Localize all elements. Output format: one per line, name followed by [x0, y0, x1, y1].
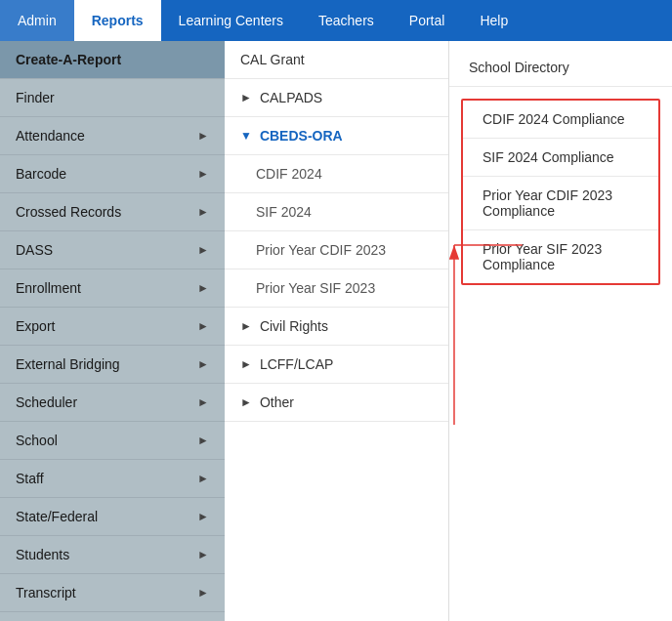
chevron-right-icon: ► [197, 205, 209, 219]
item-label: CDIF 2024 [256, 166, 322, 182]
item-label: Prior Year CDIF 2023 [256, 242, 386, 258]
sidebar-item-external-bridging[interactable]: External Bridging ► [0, 346, 225, 384]
nav-reports[interactable]: Reports [74, 0, 161, 41]
middle-item-prior-year-sif-2023[interactable]: Prior Year SIF 2023 [225, 269, 448, 308]
sidebar-label: Scheduler [16, 394, 77, 410]
nav-admin[interactable]: Admin [0, 0, 74, 41]
sidebar-label: External Bridging [16, 356, 120, 372]
right-column: School Directory CDIF 2024 Compliance SI… [449, 41, 672, 621]
chevron-right-icon: ► [197, 319, 209, 333]
sidebar-label: DASS [16, 242, 53, 258]
item-label: Prior Year SIF 2023 [256, 280, 375, 296]
sidebar-label: State/Federal [16, 509, 98, 524]
nav-learning-centers[interactable]: Learning Centers [161, 0, 301, 41]
sidebar-label: School [16, 433, 58, 448]
chevron-right-icon: ► [197, 357, 209, 371]
sidebar-label: Create-A-Report [16, 52, 121, 67]
expand-icon: ► [240, 395, 252, 409]
chevron-right-icon: ► [197, 129, 209, 143]
chevron-right-icon: ► [197, 510, 209, 523]
item-label: Other [260, 394, 294, 410]
sidebar-label: Finder [16, 90, 55, 105]
sidebar-item-school[interactable]: School ► [0, 422, 225, 460]
sidebar-item-attendance[interactable]: Attendance ► [0, 117, 225, 155]
sidebar-item-enrollment[interactable]: Enrollment ► [0, 269, 225, 308]
sidebar: Create-A-Report Finder Attendance ► Barc… [0, 41, 225, 621]
middle-item-cal-grant[interactable]: CAL Grant [225, 41, 448, 79]
chevron-right-icon: ► [197, 472, 209, 485]
chevron-right-icon: ► [197, 167, 209, 181]
expand-icon: ► [240, 357, 252, 371]
middle-item-other[interactable]: ► Other [225, 384, 448, 422]
nav-teachers[interactable]: Teachers [301, 0, 392, 41]
right-item-cdif-2024-compliance[interactable]: CDIF 2024 Compliance [463, 101, 658, 139]
sidebar-label: Barcode [16, 166, 66, 182]
item-label: Civil Rights [260, 318, 328, 334]
item-label: LCFF/LCAP [260, 356, 333, 372]
expand-icon: ► [240, 319, 252, 333]
middle-item-cbeds-ora[interactable]: ▼ CBEDS-ORA [225, 117, 448, 155]
item-label: SIF 2024 [256, 204, 312, 220]
sidebar-item-scheduler[interactable]: Scheduler ► [0, 384, 225, 422]
right-item-sif-2024-compliance[interactable]: SIF 2024 Compliance [463, 139, 658, 177]
sidebar-item-staff[interactable]: Staff ► [0, 460, 225, 498]
main-content: CAL Grant ► CALPADS ▼ CBEDS-ORA CDIF 202… [225, 41, 672, 621]
expand-icon: ► [240, 91, 252, 104]
sidebar-item-barcode[interactable]: Barcode ► [0, 155, 225, 193]
highlighted-section: CDIF 2024 Compliance SIF 2024 Compliance… [461, 99, 660, 285]
nav-portal[interactable]: Portal [392, 0, 463, 41]
item-label: Prior Year SIF 2023 Compliance [483, 241, 602, 272]
middle-item-civil-rights[interactable]: ► Civil Rights [225, 308, 448, 346]
sidebar-item-crossed-records[interactable]: Crossed Records ► [0, 193, 225, 231]
item-label: CALPADS [260, 90, 322, 105]
item-label: CBEDS-ORA [260, 128, 343, 144]
chevron-right-icon: ► [197, 586, 209, 600]
sidebar-label: Students [16, 547, 69, 562]
collapse-icon: ▼ [240, 129, 252, 143]
chevron-right-icon: ► [197, 548, 209, 561]
sidebar-label: Enrollment [16, 280, 81, 296]
chevron-right-icon: ► [197, 395, 209, 409]
item-label: School Directory [469, 60, 569, 75]
sidebar-item-finder[interactable]: Finder [0, 79, 225, 117]
item-label: SIF 2024 Compliance [483, 149, 614, 165]
right-item-school-directory[interactable]: School Directory [449, 49, 672, 87]
item-label: CAL Grant [240, 52, 305, 67]
middle-column: CAL Grant ► CALPADS ▼ CBEDS-ORA CDIF 202… [225, 41, 449, 621]
sidebar-item-transcript[interactable]: Transcript ► [0, 574, 225, 612]
sidebar-label: Staff [16, 471, 44, 486]
sidebar-label: Crossed Records [16, 204, 121, 220]
sidebar-label: Transcript [16, 585, 76, 600]
sidebar-label: Attendance [16, 128, 85, 144]
sidebar-item-dass[interactable]: DASS ► [0, 231, 225, 269]
sidebar-item-state-federal[interactable]: State/Federal ► [0, 498, 225, 536]
top-nav: Admin Reports Learning Centers Teachers … [0, 0, 672, 41]
middle-item-lcff-lcap[interactable]: ► LCFF/LCAP [225, 346, 448, 384]
sidebar-item-students[interactable]: Students ► [0, 536, 225, 574]
spacer [449, 87, 672, 95]
middle-item-prior-year-cdif-2023[interactable]: Prior Year CDIF 2023 [225, 231, 448, 269]
nav-help[interactable]: Help [462, 0, 525, 41]
chevron-right-icon: ► [197, 243, 209, 257]
main-layout: Create-A-Report Finder Attendance ► Barc… [0, 41, 672, 621]
right-item-prior-year-cdif-2023-compliance[interactable]: Prior Year CDIF 2023 Compliance [463, 177, 658, 230]
middle-item-sif-2024[interactable]: SIF 2024 [225, 193, 448, 231]
sidebar-item-export[interactable]: Export ► [0, 308, 225, 346]
middle-item-calpads[interactable]: ► CALPADS [225, 79, 448, 117]
sidebar-item-create-a-report[interactable]: Create-A-Report [0, 41, 225, 79]
chevron-right-icon: ► [197, 281, 209, 295]
chevron-right-icon: ► [197, 434, 209, 447]
right-item-prior-year-sif-2023-compliance[interactable]: Prior Year SIF 2023 Compliance [463, 230, 658, 283]
item-label: Prior Year CDIF 2023 Compliance [483, 187, 612, 219]
sidebar-label: Export [16, 318, 55, 334]
item-label: CDIF 2024 Compliance [483, 111, 625, 127]
middle-item-cdif-2024[interactable]: CDIF 2024 [225, 155, 448, 193]
